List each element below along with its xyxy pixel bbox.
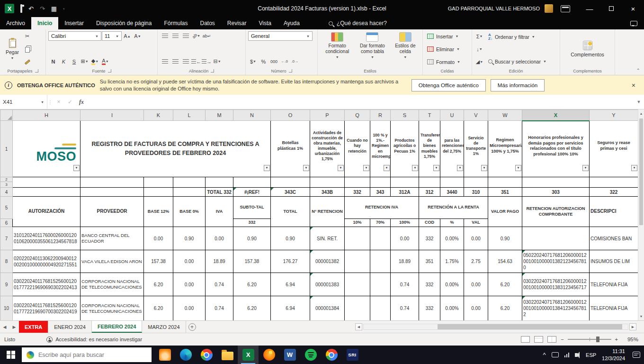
cell-T4[interactable]: 312 bbox=[419, 188, 440, 197]
cell-M7[interactable]: 0.00 bbox=[206, 227, 233, 250]
cell-L10[interactable]: 0.00 bbox=[173, 296, 206, 321]
cell-Q10[interactable] bbox=[345, 296, 370, 321]
cell-P2[interactable] bbox=[310, 177, 345, 182]
cell-K5[interactable]: BASE 12% bbox=[144, 197, 173, 227]
cell-M10[interactable]: 0.74 bbox=[206, 296, 233, 321]
cell-H4[interactable] bbox=[13, 188, 80, 197]
cell-O1[interactable]: Botellas plásticas 1%▼ bbox=[271, 121, 310, 177]
cell-Q4[interactable]: 332 bbox=[345, 188, 370, 197]
page-break-view-button[interactable] bbox=[547, 336, 556, 343]
cell-Q8[interactable] bbox=[345, 250, 370, 273]
cell-Q7[interactable] bbox=[345, 227, 370, 250]
cell-I10[interactable]: CORPORACION NACIONAL DE TELECOMUNICACION… bbox=[80, 296, 144, 321]
cell-R6[interactable]: 70% bbox=[370, 219, 391, 227]
cell-L8[interactable]: 0.00 bbox=[173, 250, 206, 273]
comma-style-button[interactable]: 000 bbox=[269, 57, 279, 66]
paste-button[interactable]: Pegar ▼ bbox=[2, 31, 22, 67]
cell-K3[interactable] bbox=[144, 182, 173, 188]
col-header-X[interactable]: X bbox=[522, 110, 590, 121]
cell-W7[interactable]: 0.90 bbox=[488, 227, 522, 250]
enter-entry-icon[interactable]: ✓ bbox=[64, 95, 76, 109]
tell-me-search[interactable]: ¿Qué desea hacer? bbox=[329, 17, 387, 29]
cell-I7[interactable]: BANCO CENTRAL DEL ECUADOR bbox=[80, 227, 144, 250]
taskbar-app-spotify[interactable] bbox=[300, 346, 321, 364]
cell-R9[interactable] bbox=[370, 273, 391, 296]
ribbon-display-options-icon[interactable] bbox=[561, 5, 570, 12]
tray-expand-icon[interactable]: ^ bbox=[543, 351, 546, 358]
filter-H1-icon[interactable]: ▼ bbox=[73, 165, 80, 171]
feedback-button[interactable] bbox=[630, 17, 637, 29]
cell-P9[interactable]: 000001383 bbox=[310, 273, 345, 296]
cell-W9[interactable]: 6.20 bbox=[488, 273, 522, 296]
cell-L3[interactable] bbox=[173, 182, 206, 188]
filter-T1-icon[interactable]: ▼ bbox=[433, 165, 439, 171]
cell-V3[interactable] bbox=[464, 182, 488, 188]
increase-decimal-button[interactable]: ←.0 bbox=[279, 57, 289, 66]
row-header-4[interactable]: 4 bbox=[0, 188, 13, 197]
decrease-font-button[interactable]: A▼ bbox=[133, 32, 143, 41]
cell-W1[interactable]: Regimen Microempresarial: 100% y 1,75%▼ bbox=[488, 121, 522, 177]
page-layout-view-button[interactable] bbox=[534, 336, 543, 343]
cell-T9[interactable]: 332 bbox=[419, 273, 440, 296]
tab-formulas[interactable]: Fórmulas bbox=[158, 17, 194, 29]
cell-P8[interactable]: 000001382 bbox=[310, 250, 345, 273]
cell-U7[interactable]: 0.00% bbox=[440, 227, 464, 250]
start-button[interactable] bbox=[0, 346, 22, 364]
cell-N8[interactable]: 157.38 bbox=[233, 250, 271, 273]
zoom-out-icon[interactable]: − bbox=[561, 337, 564, 342]
cell-U4[interactable]: 3440 bbox=[440, 188, 464, 197]
cell-K4[interactable] bbox=[144, 188, 173, 197]
cell-R10[interactable] bbox=[370, 296, 391, 321]
cell-W4[interactable]: 351 bbox=[488, 188, 522, 197]
tab-insertar[interactable]: Insertar bbox=[58, 17, 90, 29]
tab-disposicion[interactable]: Disposición de página bbox=[90, 17, 158, 29]
cell-N9[interactable]: 6.20 bbox=[233, 273, 271, 296]
cell-L7[interactable]: 0.90 bbox=[173, 227, 206, 250]
cell-X3[interactable] bbox=[522, 182, 590, 188]
cell-U8[interactable]: 1.75% bbox=[440, 250, 464, 273]
cell-W3[interactable] bbox=[488, 182, 522, 188]
normal-view-button[interactable] bbox=[521, 336, 530, 343]
cell-O9[interactable]: 6.94 bbox=[271, 273, 310, 296]
font-name-select[interactable]: Calibri▼ bbox=[48, 31, 101, 41]
align-left-button[interactable] bbox=[160, 57, 170, 66]
filter-P1-icon[interactable]: ▼ bbox=[338, 165, 344, 171]
scroll-down-icon[interactable]: ▼ bbox=[638, 312, 644, 320]
cell-S10[interactable]: 0.74 bbox=[391, 296, 419, 321]
cell-K8[interactable]: 157.38 bbox=[144, 250, 173, 273]
cell-X7[interactable] bbox=[522, 227, 590, 250]
cell-T1[interactable]: Transferencia de bienes muebles 1,75%▼ bbox=[419, 121, 440, 177]
row-header-5[interactable]: 5 bbox=[0, 197, 13, 219]
cell-R3[interactable] bbox=[370, 182, 391, 188]
cell-R4[interactable]: 343 bbox=[370, 188, 391, 197]
taskbar-search[interactable] bbox=[22, 347, 152, 362]
cell-S1[interactable]: Productos agricoilas o Pecuas 1%▼ bbox=[391, 121, 419, 177]
cell-Y2[interactable] bbox=[590, 177, 638, 182]
cell-M3[interactable] bbox=[206, 182, 233, 188]
cell-I8[interactable]: VACA VILELA EDISON ARON bbox=[80, 250, 144, 273]
conditional-formatting-button[interactable]: Formato condicional ▼ bbox=[320, 31, 354, 67]
cell-I5[interactable]: PROVEEDOR bbox=[80, 197, 144, 227]
cell-K9[interactable]: 6.20 bbox=[144, 273, 173, 296]
cell-L2[interactable] bbox=[173, 177, 206, 182]
cell-L5[interactable]: BASE 0% bbox=[173, 197, 206, 227]
cell-M2[interactable] bbox=[206, 177, 233, 182]
cell-M9[interactable]: 0.74 bbox=[206, 273, 233, 296]
cell-Y9[interactable]: TELEFONIA FIJA bbox=[590, 273, 638, 296]
tab-vista[interactable]: Vista bbox=[253, 17, 277, 29]
filter-V1-icon[interactable]: ▼ bbox=[481, 165, 487, 171]
row-header-6[interactable]: 6 bbox=[0, 219, 13, 227]
scroll-up-icon[interactable]: ▲ bbox=[638, 109, 644, 118]
cell-H8[interactable]: 0202202401130622009400120020010000000049… bbox=[13, 250, 80, 273]
cell-V2[interactable] bbox=[464, 177, 488, 182]
sort-filter-button[interactable]: AZ↓ Ordenar y filtrar▼ bbox=[486, 32, 557, 42]
save-button[interactable] bbox=[20, 5, 22, 12]
cell-H7[interactable]: 3101202401176000260001200106200003550612… bbox=[13, 227, 80, 250]
cell-R2[interactable] bbox=[370, 177, 391, 182]
redo-button[interactable]: ↷ bbox=[40, 6, 45, 12]
new-sheet-button[interactable]: + bbox=[186, 321, 198, 333]
col-header-Y[interactable]: Y bbox=[590, 110, 638, 121]
cell-U6[interactable]: % bbox=[440, 219, 464, 227]
cell-P4[interactable]: 343B bbox=[310, 188, 345, 197]
hscroll-track[interactable] bbox=[363, 324, 628, 330]
